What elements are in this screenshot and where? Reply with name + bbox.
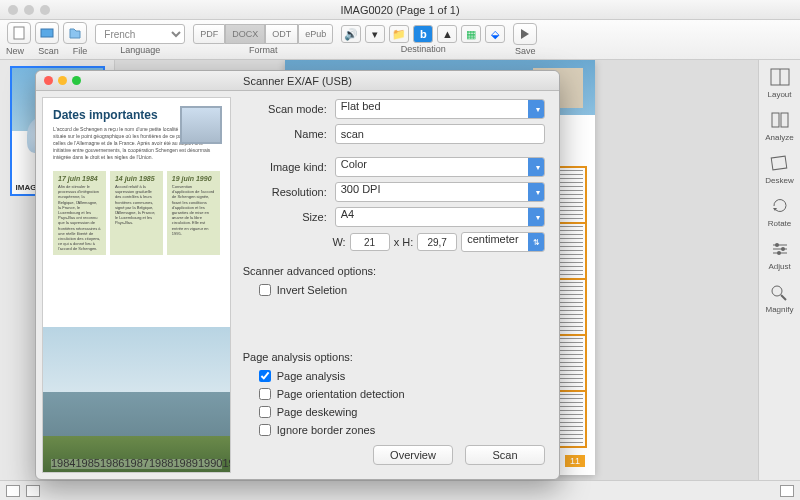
rotate-tool[interactable]: Rotate: [767, 195, 793, 228]
audio-dest-icon[interactable]: 🔊: [341, 25, 361, 43]
main-titlebar: IMAG0020 (Page 1 of 1): [0, 0, 800, 20]
view-grid-icon[interactable]: [6, 485, 20, 497]
format-odt[interactable]: ODT: [265, 24, 298, 44]
scan-mode-label: Scan mode:: [243, 103, 335, 115]
svg-rect-5: [772, 113, 779, 127]
adjust-tool[interactable]: Adjust: [767, 238, 793, 271]
adjust-icon: [767, 238, 793, 260]
scan-button[interactable]: [35, 22, 59, 44]
language-select[interactable]: French: [95, 24, 185, 44]
scan-settings-form: Scan mode:Flat bed▾ Name: Image kind:Col…: [237, 91, 559, 479]
magnify-icon: [766, 281, 792, 303]
svg-rect-0: [14, 27, 24, 39]
image-kind-select[interactable]: Color▾: [335, 157, 545, 177]
analyze-tool[interactable]: Analyze: [765, 109, 793, 142]
rotate-icon: [767, 195, 793, 217]
svg-point-13: [781, 247, 785, 251]
svg-point-15: [772, 286, 782, 296]
new-label: New: [6, 46, 24, 56]
size-label: Size:: [243, 211, 335, 223]
invert-checkbox[interactable]: Invert Seletion: [259, 284, 545, 296]
language-label: Language: [120, 45, 160, 55]
minimize-icon[interactable]: [24, 5, 34, 15]
scan-confirm-button[interactable]: Scan: [465, 445, 545, 465]
orientation-checkbox[interactable]: Page orientation detection: [259, 388, 545, 400]
save-label: Save: [515, 46, 536, 56]
format-label: Format: [249, 45, 278, 55]
save-button[interactable]: [513, 23, 537, 45]
analyze-icon: [767, 109, 793, 131]
dropbox-dest-icon[interactable]: ⬙: [485, 25, 505, 43]
dialog-titlebar[interactable]: Scanner EX/AF (USB): [36, 71, 559, 91]
close-icon[interactable]: [8, 5, 18, 15]
status-icon[interactable]: [780, 485, 794, 497]
dialog-zoom-icon[interactable]: [72, 76, 81, 85]
page-analysis-section-title: Page analysis options:: [243, 351, 545, 363]
file-label: File: [73, 46, 88, 56]
format-segmented[interactable]: PDF DOCX ODT ePub: [193, 24, 333, 44]
main-toolbar: New Scan File French Language PDF DOCX O…: [0, 20, 800, 60]
date-card: 19 juin 1990Convention d'application de …: [167, 171, 220, 255]
unit-select[interactable]: centimeter⇅: [461, 232, 545, 252]
scan-label: Scan: [38, 46, 59, 56]
svg-point-14: [777, 251, 781, 255]
stamp-illustration: [180, 106, 222, 144]
resolution-select[interactable]: 300 DPI▾: [335, 182, 545, 202]
page-analysis-checkbox[interactable]: Page analysis: [259, 370, 545, 382]
svg-line-16: [781, 295, 786, 300]
format-epub[interactable]: ePub: [298, 24, 333, 44]
scan-preview[interactable]: Dates importantes L'accord de Schengen a…: [42, 97, 231, 473]
format-pdf[interactable]: PDF: [193, 24, 225, 44]
svg-marker-2: [521, 29, 529, 39]
svg-rect-7: [772, 156, 788, 170]
timeline-ruler: 1984198519861987198819891990199119921993…: [51, 459, 222, 469]
destination-label: Destination: [401, 44, 446, 54]
status-bar: [0, 480, 800, 500]
height-label: x H:: [394, 236, 414, 248]
layout-tool[interactable]: Layout: [767, 66, 793, 99]
resolution-label: Resolution:: [243, 186, 335, 198]
box-dest-icon[interactable]: b: [413, 25, 433, 43]
height-input[interactable]: [417, 233, 457, 251]
svg-rect-6: [781, 113, 788, 127]
advanced-section-title: Scanner advanced options:: [243, 265, 545, 277]
overview-button[interactable]: Overview: [373, 445, 453, 465]
chevron-down-icon[interactable]: ▾: [365, 25, 385, 43]
image-kind-label: Image kind:: [243, 161, 335, 173]
dialog-minimize-icon[interactable]: [58, 76, 67, 85]
right-toolbar: Layout Analyze Deskew Rotate Adjust Magn…: [758, 60, 800, 480]
window-title: IMAG0020 (Page 1 of 1): [340, 4, 459, 16]
page-number: 11: [565, 455, 585, 467]
new-button[interactable]: [7, 22, 31, 44]
name-input[interactable]: [335, 124, 545, 144]
scan-mode-select[interactable]: Flat bed▾: [335, 99, 545, 119]
deskew-icon: [766, 152, 792, 174]
dialog-close-icon[interactable]: [44, 76, 53, 85]
view-list-icon[interactable]: [26, 485, 40, 497]
folder-dest-icon[interactable]: 📁: [389, 25, 409, 43]
svg-rect-1: [41, 29, 53, 37]
traffic-lights[interactable]: [8, 5, 50, 15]
date-card: 17 juin 1984Afin de stimuler le processu…: [53, 171, 106, 255]
layout-icon: [767, 66, 793, 88]
file-button[interactable]: [63, 22, 87, 44]
zoom-icon[interactable]: [40, 5, 50, 15]
scanner-dialog: Scanner EX/AF (USB) Dates importantes L'…: [35, 70, 560, 480]
name-label: Name:: [243, 128, 335, 140]
size-select[interactable]: A4▾: [335, 207, 545, 227]
date-card: 14 juin 1985Accord relatif à la supressi…: [110, 171, 163, 255]
magnify-tool[interactable]: Magnify: [765, 281, 793, 314]
svg-point-12: [775, 243, 779, 247]
drive-dest-icon[interactable]: ▲: [437, 25, 457, 43]
deskew-tool[interactable]: Deskew: [765, 152, 793, 185]
landscape-photo: 1984198519861987198819891990199119921993…: [43, 327, 230, 472]
width-input[interactable]: [350, 233, 390, 251]
ignore-border-checkbox[interactable]: Ignore border zones: [259, 424, 545, 436]
width-label: W:: [332, 236, 345, 248]
format-docx[interactable]: DOCX: [225, 24, 265, 44]
dialog-title: Scanner EX/AF (USB): [243, 75, 352, 87]
evernote-dest-icon[interactable]: ▦: [461, 25, 481, 43]
deskew-checkbox[interactable]: Page deskewing: [259, 406, 545, 418]
